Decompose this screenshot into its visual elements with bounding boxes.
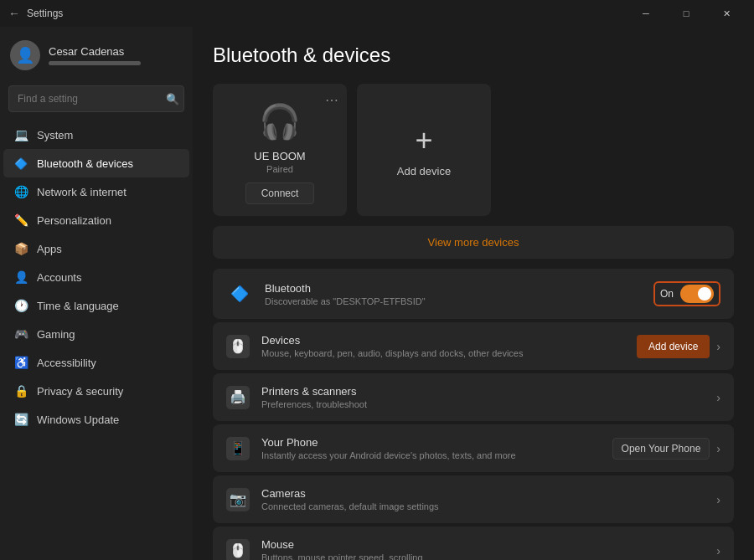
sidebar-item-label-time: Time & language: [37, 300, 119, 312]
sidebar-item-network[interactable]: 🌐 Network & internet: [3, 177, 189, 206]
back-arrow-icon[interactable]: ←: [8, 7, 20, 20]
device-card-ueboom: ⋯ 🎧 UE BOOM Paired Connect: [213, 84, 347, 216]
sidebar-item-label-personalization: Personalization: [37, 214, 111, 227]
sidebar-item-label-system: System: [37, 129, 73, 141]
sidebar-item-label-apps: Apps: [37, 243, 62, 255]
search-input[interactable]: [8, 85, 184, 112]
mouse-chevron-icon: ›: [716, 544, 720, 557]
sidebar-item-privacy[interactable]: 🔒 Privacy & security: [3, 377, 189, 405]
devices-settings-row[interactable]: 🖱️ Devices Mouse, keyboard, pen, audio, …: [213, 322, 734, 370]
printers-settings-row[interactable]: 🖨️ Printers & scanners Preferences, trou…: [213, 373, 734, 421]
cameras-row-right: ›: [716, 493, 720, 506]
sidebar-item-label-privacy: Privacy & security: [37, 385, 123, 398]
search-icon[interactable]: 🔍: [166, 93, 179, 105]
user-name: Cesar Cadenas: [49, 45, 141, 58]
device-cards-row: ⋯ 🎧 UE BOOM Paired Connect + Add device: [213, 84, 734, 216]
sidebar-item-accounts[interactable]: 👤 Accounts: [3, 263, 189, 291]
view-more-label: View more devices: [428, 236, 519, 249]
devices-row-subtitle: Mouse, keyboard, pen, audio, displays an…: [261, 348, 637, 358]
title-bar: ← Settings ─ □ ✕: [0, 0, 754, 27]
sidebar-item-gaming[interactable]: 🎮 Gaming: [3, 320, 189, 348]
personalization-icon: ✏️: [13, 213, 28, 228]
sidebar-item-apps[interactable]: 📦 Apps: [3, 234, 189, 263]
mouse-row-text: Mouse Buttons, mouse pointer speed, scro…: [261, 538, 716, 560]
close-button[interactable]: ✕: [707, 0, 746, 27]
time-icon: 🕐: [13, 298, 28, 313]
cameras-settings-row[interactable]: 📷 Cameras Connected cameras, default ima…: [213, 475, 734, 523]
printers-row-icon: 🖨️: [226, 386, 250, 409]
devices-row-right: Add device ›: [637, 335, 720, 358]
toggle-knob: [698, 287, 711, 301]
app-container: 👤 Cesar Cadenas 🔍 💻 System 🔷 Bluetooth &…: [0, 27, 754, 560]
phone-row-text: Your Phone Instantly access your Android…: [261, 436, 612, 460]
privacy-icon: 🔒: [13, 383, 28, 398]
bluetooth-row-text: Bluetooth Discoverable as "DESKTOP-ETFBS…: [265, 282, 653, 306]
device-status: Paired: [266, 164, 293, 174]
add-device-button[interactable]: Add device: [637, 335, 710, 358]
bluetooth-icon: 🔷: [13, 156, 28, 171]
devices-row-title: Devices: [261, 334, 637, 347]
toggle-on-label: On: [660, 288, 674, 300]
printers-row-title: Printers & scanners: [261, 385, 716, 398]
title-bar-left: ← Settings: [8, 7, 63, 20]
phone-row-subtitle: Instantly access your Android device's p…: [261, 450, 612, 460]
sidebar-item-system[interactable]: 💻 System: [3, 121, 189, 149]
phone-row-icon: 📱: [226, 437, 250, 460]
printers-row-subtitle: Preferences, troubleshoot: [261, 399, 716, 409]
network-icon: 🌐: [13, 184, 28, 199]
sidebar-item-label-gaming: Gaming: [37, 328, 75, 341]
minimize-button[interactable]: ─: [627, 0, 665, 27]
main-content: Bluetooth & devices ⋯ 🎧 UE BOOM Paired C…: [193, 27, 754, 560]
bluetooth-row-right: On: [653, 281, 720, 306]
update-icon: 🔄: [13, 412, 28, 427]
maximize-button[interactable]: □: [667, 0, 705, 27]
devices-row-text: Devices Mouse, keyboard, pen, audio, dis…: [261, 334, 637, 358]
add-device-card[interactable]: + Add device: [357, 84, 491, 216]
phone-row-title: Your Phone: [261, 436, 612, 449]
phone-settings-row[interactable]: 📱 Your Phone Instantly access your Andro…: [213, 424, 734, 472]
device-card-more-icon[interactable]: ⋯: [325, 92, 338, 108]
user-section: 👤 Cesar Cadenas: [0, 27, 193, 80]
printers-chevron-icon: ›: [716, 391, 720, 404]
accounts-icon: 👤: [13, 270, 28, 285]
bluetooth-settings-row[interactable]: 🔷 Bluetooth Discoverable as "DESKTOP-ETF…: [213, 269, 734, 319]
page-title: Bluetooth & devices: [213, 44, 734, 67]
bluetooth-row-subtitle: Discoverable as "DESKTOP-ETFBSID": [265, 296, 653, 306]
sidebar-item-label-accessibility: Accessibility: [37, 357, 96, 369]
open-phone-button[interactable]: Open Your Phone: [612, 438, 710, 460]
printers-row-right: ›: [716, 391, 720, 404]
user-account-bar: [49, 61, 141, 65]
mouse-row-icon: 🖱️: [226, 539, 250, 561]
gaming-icon: 🎮: [13, 326, 28, 342]
mouse-row-subtitle: Buttons, mouse pointer speed, scrolling: [261, 552, 716, 560]
sidebar-item-windows-update[interactable]: 🔄 Windows Update: [3, 405, 189, 434]
bluetooth-row-icon: 🔷: [226, 280, 253, 307]
accessibility-icon: ♿: [13, 355, 28, 370]
sidebar-item-personalization[interactable]: ✏️ Personalization: [3, 206, 189, 234]
title-bar-controls: ─ □ ✕: [627, 0, 746, 27]
devices-chevron-icon: ›: [716, 340, 720, 353]
sidebar-item-time[interactable]: 🕐 Time & language: [3, 291, 189, 320]
headphones-icon: 🎧: [259, 102, 301, 141]
cameras-row-icon: 📷: [226, 488, 250, 511]
user-info: Cesar Cadenas: [49, 45, 141, 65]
mouse-settings-row[interactable]: 🖱️ Mouse Buttons, mouse pointer speed, s…: [213, 527, 734, 560]
avatar-icon: 👤: [16, 46, 34, 64]
bluetooth-toggle[interactable]: [680, 285, 714, 303]
sidebar-item-label-accounts: Accounts: [37, 271, 81, 284]
cameras-row-title: Cameras: [261, 487, 716, 500]
printers-row-text: Printers & scanners Preferences, trouble…: [261, 385, 716, 409]
bluetooth-row-title: Bluetooth: [265, 282, 653, 295]
cameras-row-text: Cameras Connected cameras, default image…: [261, 487, 716, 511]
search-box: 🔍: [8, 85, 184, 112]
cameras-chevron-icon: ›: [716, 493, 720, 506]
bluetooth-toggle-container[interactable]: On: [653, 281, 720, 306]
connect-button[interactable]: Connect: [245, 182, 315, 204]
sidebar-item-accessibility[interactable]: ♿ Accessibility: [3, 348, 189, 377]
sidebar-item-label-bluetooth: Bluetooth & devices: [37, 157, 133, 170]
add-plus-icon: +: [415, 123, 432, 158]
view-more-row[interactable]: View more devices: [213, 226, 734, 259]
sidebar: 👤 Cesar Cadenas 🔍 💻 System 🔷 Bluetooth &…: [0, 27, 193, 560]
sidebar-item-bluetooth[interactable]: 🔷 Bluetooth & devices: [3, 149, 189, 177]
sidebar-item-label-network: Network & internet: [37, 186, 127, 198]
